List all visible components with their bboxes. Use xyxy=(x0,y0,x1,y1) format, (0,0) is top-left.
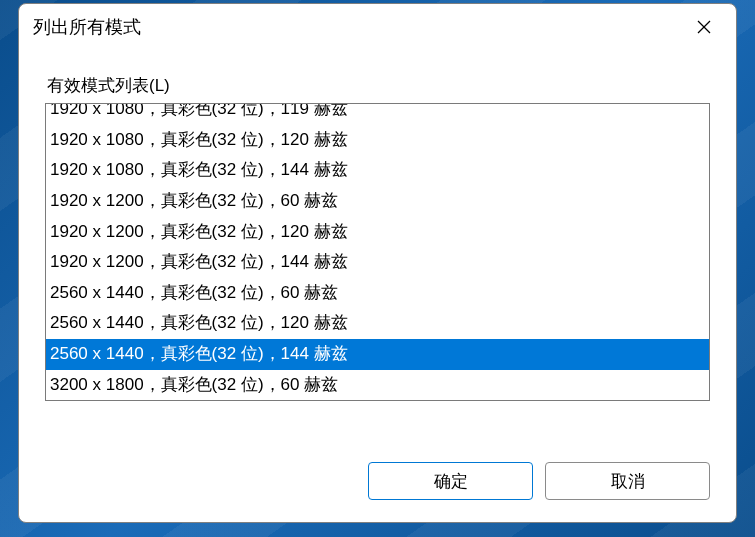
close-button[interactable] xyxy=(684,11,724,43)
mode-list-item[interactable]: 3200 x 1800，真彩色(32 位)，60 赫兹 xyxy=(46,370,709,400)
cancel-button[interactable]: 取消 xyxy=(545,462,710,500)
mode-list-item[interactable]: 2560 x 1440，真彩色(32 位)，120 赫兹 xyxy=(46,308,709,339)
mode-list-item[interactable]: 1920 x 1200，真彩色(32 位)，144 赫兹 xyxy=(46,247,709,278)
mode-list-item[interactable]: 1920 x 1080，真彩色(32 位)，144 赫兹 xyxy=(46,155,709,186)
dialog-title: 列出所有模式 xyxy=(33,15,684,39)
ok-button[interactable]: 确定 xyxy=(368,462,533,500)
titlebar: 列出所有模式 xyxy=(19,4,736,50)
close-icon xyxy=(697,20,711,34)
mode-list-item[interactable]: 2560 x 1440，真彩色(32 位)，60 赫兹 xyxy=(46,278,709,309)
modes-listbox-container: 1920 x 1080，真彩色(32 位)，119 赫兹1920 x 1080，… xyxy=(45,103,710,401)
mode-list-item[interactable]: 1920 x 1080，真彩色(32 位)，119 赫兹 xyxy=(46,104,709,125)
dialog-content: 有效模式列表(L) 1920 x 1080，真彩色(32 位)，119 赫兹19… xyxy=(19,50,736,440)
mode-list-item[interactable]: 1920 x 1080，真彩色(32 位)，120 赫兹 xyxy=(46,125,709,156)
modes-listbox[interactable]: 1920 x 1080，真彩色(32 位)，119 赫兹1920 x 1080，… xyxy=(46,104,709,400)
modes-list-label: 有效模式列表(L) xyxy=(47,74,710,97)
mode-list-item[interactable]: 1920 x 1200，真彩色(32 位)，60 赫兹 xyxy=(46,186,709,217)
mode-list-item[interactable]: 1920 x 1200，真彩色(32 位)，120 赫兹 xyxy=(46,217,709,248)
button-row: 确定 取消 xyxy=(19,440,736,522)
dialog-window: 列出所有模式 有效模式列表(L) 1920 x 1080，真彩色(32 位)，1… xyxy=(18,3,737,523)
mode-list-item[interactable]: 2560 x 1440，真彩色(32 位)，144 赫兹 xyxy=(46,339,709,370)
